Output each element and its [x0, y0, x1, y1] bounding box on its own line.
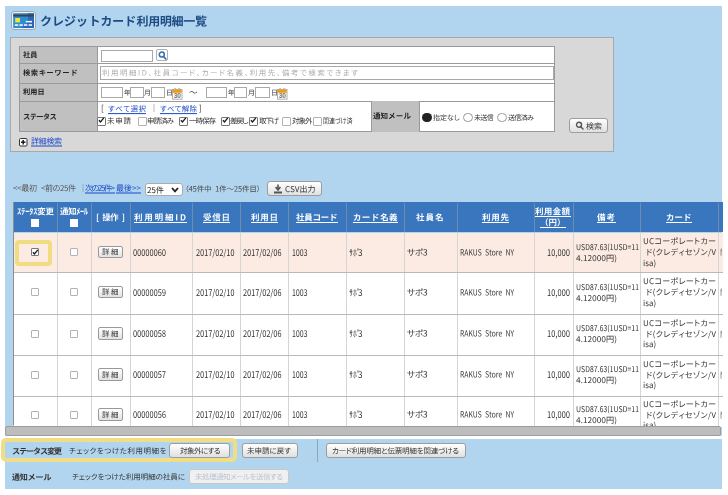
svg-text:30: 30	[279, 92, 287, 99]
svg-text:30: 30	[174, 92, 182, 99]
